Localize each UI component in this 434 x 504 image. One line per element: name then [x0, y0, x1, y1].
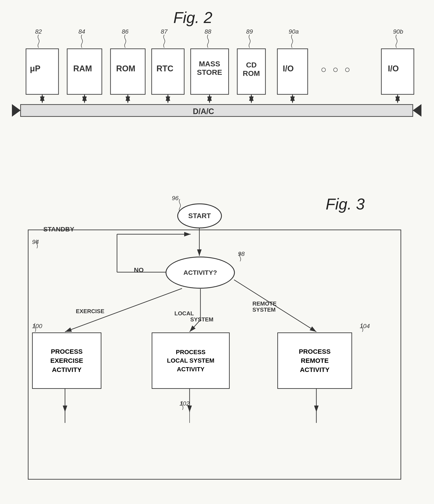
ref-90a: 90a	[289, 28, 299, 35]
svg-marker-20	[12, 104, 21, 117]
ref-100: 100	[32, 323, 42, 330]
comp-rom: ROM	[116, 64, 135, 73]
comp-rtc: RTC	[156, 64, 173, 73]
label-system: SYSTEM	[190, 316, 213, 323]
label-local: LOCAL	[174, 310, 194, 317]
label-system2: SYSTEM	[252, 306, 276, 313]
comp-ram: RAM	[73, 64, 92, 73]
label-exercise: EXERCISE	[76, 308, 104, 315]
process-exercise-box: PROCESSEXERCISEACTIVITY	[32, 333, 101, 389]
ref-86: 86	[122, 28, 129, 35]
comp-mass-store: MASSSTORE	[193, 60, 226, 77]
label-remote: REMOTE	[252, 300, 277, 307]
label-no: NO	[134, 266, 144, 274]
ref-96: 96	[172, 195, 179, 202]
ref-104: 104	[360, 323, 370, 330]
ref-82: 82	[35, 28, 42, 35]
page: Fig. 2	[0, 0, 434, 504]
bus-label: D/A/C	[191, 107, 216, 116]
ref-102: 102	[179, 400, 190, 407]
ref-88: 88	[205, 28, 211, 35]
process-remote-box: PROCESSREMOTEACTIVITY	[277, 333, 352, 389]
ref-89: 89	[246, 28, 253, 35]
comp-io2: I/O	[388, 64, 399, 73]
comp-uP: μP	[30, 64, 41, 73]
fig2-title: Fig. 2	[173, 9, 212, 27]
standby-label: STANDBY	[43, 225, 74, 233]
svg-marker-21	[413, 104, 421, 117]
ref-87: 87	[161, 28, 167, 35]
start-oval: START	[177, 203, 222, 228]
comp-cdrom: CDROM	[241, 61, 262, 78]
svg-rect-19	[21, 105, 413, 117]
comp-io1: I/O	[283, 64, 294, 73]
activity-oval: ACTIVITY?	[165, 257, 235, 289]
comp-dots: ○ ○ ○	[321, 64, 352, 75]
ref-94: 94	[32, 239, 39, 245]
ref-90b: 90b	[393, 28, 403, 35]
process-local-box: PROCESSLOCAL SYSTEMACTIVITY	[152, 333, 230, 389]
ref-98: 98	[238, 251, 245, 257]
ref-84: 84	[78, 28, 85, 35]
fig3-title: Fig. 3	[326, 195, 365, 213]
